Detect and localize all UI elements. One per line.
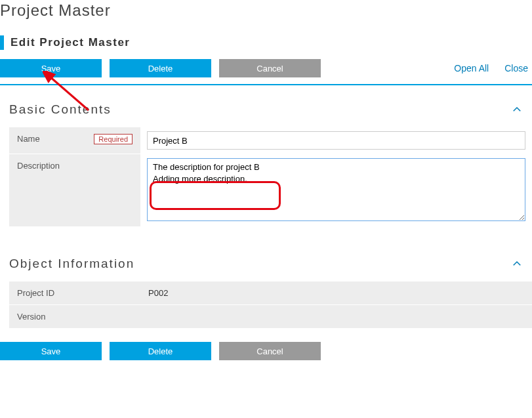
save-button-bottom[interactable]: Save: [0, 342, 102, 360]
label-version: Version: [9, 305, 140, 328]
basic-contents-form: Name Required Description: [9, 127, 532, 228]
label-project-id: Project ID: [9, 282, 140, 304]
collapse-object-icon[interactable]: [511, 258, 523, 270]
collapse-basic-icon[interactable]: [511, 104, 523, 115]
value-cell-name: [140, 127, 532, 154]
open-all-link[interactable]: Open All: [450, 63, 493, 73]
value-version: [140, 305, 532, 328]
value-project-id: P002: [140, 282, 532, 304]
delete-button[interactable]: Delete: [110, 59, 211, 77]
row-project-id: Project ID P002: [9, 282, 532, 305]
label-description: Description: [9, 154, 140, 226]
section-head-object: Object Information: [0, 254, 532, 282]
section-title-object: Object Information: [9, 257, 511, 271]
value-cell-description: [140, 154, 532, 227]
label-version-text: Version: [17, 312, 133, 322]
object-info-form: Project ID P002 Version: [9, 282, 532, 329]
bottom-toolbar: Save Delete Cancel: [0, 329, 532, 363]
cancel-button-bottom[interactable]: Cancel: [219, 342, 321, 360]
section-head-basic: Basic Contents: [0, 100, 532, 127]
required-badge: Required: [94, 134, 133, 144]
section-title-basic: Basic Contents: [9, 102, 511, 117]
description-textarea[interactable]: [147, 158, 525, 221]
row-version: Version: [9, 305, 532, 329]
subtitle-row: Edit Project Master: [0, 24, 532, 59]
toolbar-divider: [0, 84, 532, 85]
label-name-text: Name: [17, 134, 89, 144]
label-name: Name Required: [9, 127, 140, 154]
row-name: Name Required: [9, 127, 532, 154]
subtitle-accent-bar: [0, 35, 4, 50]
delete-button-bottom[interactable]: Delete: [110, 342, 211, 360]
row-description: Description: [9, 154, 532, 228]
cancel-button[interactable]: Cancel: [219, 59, 321, 77]
save-button[interactable]: Save: [0, 59, 102, 77]
subtitle: Edit Project Master: [10, 36, 131, 49]
label-description-text: Description: [17, 161, 133, 171]
close-link[interactable]: Close: [501, 63, 532, 73]
name-input[interactable]: [147, 131, 525, 150]
top-toolbar: Save Delete Cancel Open All Close: [0, 59, 532, 84]
label-project-id-text: Project ID: [17, 288, 133, 298]
page-title: Project Master: [0, 0, 532, 24]
